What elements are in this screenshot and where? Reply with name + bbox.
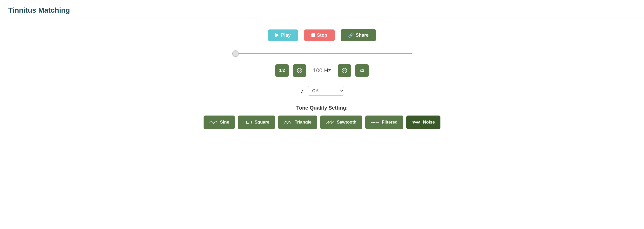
sine-label: Sine	[220, 120, 229, 125]
triangle-label: Triangle	[295, 120, 311, 125]
triangle-wave-icon	[284, 119, 292, 125]
note-row: ♪ C 6 C# 6 D 6 D# 6 E 6 F 6 F# 6 G 6	[300, 86, 344, 96]
stop-label: Stop	[317, 33, 327, 38]
share-label: Share	[356, 33, 369, 38]
page-header: Tinnitus Matching	[0, 0, 644, 19]
noise-wave-icon	[412, 119, 420, 125]
tone-quality-section: Tone Quality Setting: Sine Square Triang…	[204, 105, 441, 129]
play-button[interactable]: Play	[268, 29, 298, 41]
filtered-wave-icon	[371, 119, 379, 125]
tone-noise-button[interactable]: Noise	[406, 116, 440, 129]
sine-wave-icon	[209, 119, 218, 125]
tone-filtered-button[interactable]: Filtered	[365, 116, 403, 129]
sawtooth-wave-icon	[326, 119, 334, 125]
arrow-down-icon	[297, 68, 302, 73]
half-label: 1/2	[279, 68, 285, 73]
double-frequency-button[interactable]: x2	[355, 64, 369, 77]
half-frequency-button[interactable]: 1/2	[275, 64, 289, 77]
note-select[interactable]: C 6 C# 6 D 6 D# 6 E 6 F 6 F# 6 G 6	[308, 86, 344, 96]
increase-frequency-button[interactable]	[338, 64, 351, 77]
tone-quality-label: Tone Quality Setting:	[296, 105, 348, 111]
square-wave-icon	[244, 119, 252, 125]
square-label: Square	[254, 120, 269, 125]
frequency-slider[interactable]	[232, 53, 412, 54]
svg-point-1	[342, 68, 347, 73]
bottom-separator	[0, 142, 644, 142]
svg-point-0	[297, 68, 302, 73]
decrease-frequency-button[interactable]	[293, 64, 306, 77]
stop-button[interactable]: Stop	[304, 29, 335, 41]
share-button[interactable]: 🔗 Share	[341, 29, 376, 41]
tone-sawtooth-button[interactable]: Sawtooth	[320, 116, 362, 129]
frequency-slider-container	[232, 50, 412, 55]
frequency-display: 100 Hz	[310, 67, 334, 74]
frequency-controls: 1/2 100 Hz x2	[275, 64, 369, 77]
stop-icon	[311, 33, 315, 37]
tone-square-button[interactable]: Square	[238, 116, 275, 129]
sawtooth-label: Sawtooth	[337, 120, 357, 125]
tone-sine-button[interactable]: Sine	[204, 116, 235, 129]
noise-label: Noise	[423, 120, 435, 125]
link-icon: 🔗	[348, 32, 354, 38]
playback-controls: Play Stop 🔗 Share	[268, 29, 376, 41]
arrow-up-icon	[342, 68, 347, 73]
tone-buttons: Sine Square Triangle Sawtooth	[204, 116, 441, 129]
tone-triangle-button[interactable]: Triangle	[278, 116, 317, 129]
main-content: Play Stop 🔗 Share 1/2 100 Hz	[0, 19, 644, 139]
music-icon: ♪	[300, 87, 304, 95]
play-icon	[275, 33, 279, 37]
page-title: Tinnitus Matching	[8, 6, 636, 14]
filtered-label: Filtered	[382, 120, 398, 125]
play-label: Play	[281, 33, 291, 38]
double-label: x2	[360, 68, 364, 73]
